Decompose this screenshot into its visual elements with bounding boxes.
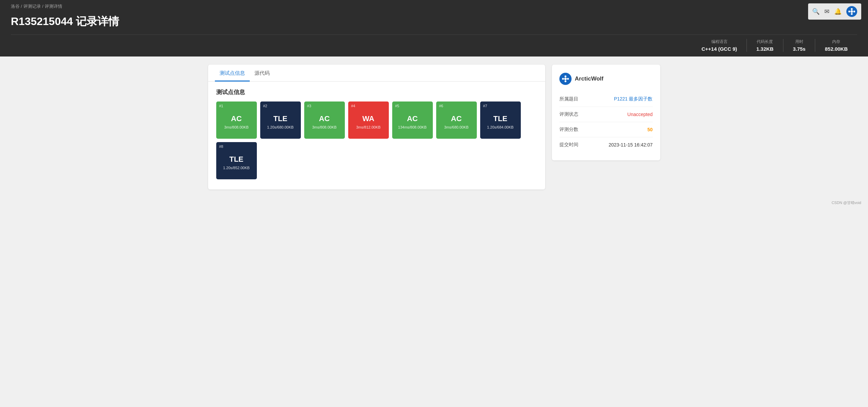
- testcase-card[interactable]: #4 WA 3ms/812.00KB: [348, 101, 389, 139]
- testcase-num: #7: [483, 104, 487, 108]
- info-table: 所属题目 P1221 最多因子数 评测状态 Unaccepted 评测分数 50…: [559, 92, 653, 152]
- testcase-info: 3ms/812.00KB: [356, 125, 380, 129]
- testcase-card[interactable]: #5 AC 134ms/808.00KB: [392, 101, 433, 139]
- svg-point-1: [851, 8, 853, 10]
- svg-point-7: [564, 81, 566, 83]
- svg-point-4: [853, 10, 855, 13]
- svg-point-8: [562, 78, 564, 80]
- problem-label: 所属题目: [559, 92, 587, 107]
- testcase-status: AC: [451, 114, 462, 123]
- meta-item: 编程语言 C++14 (GCC 9): [692, 39, 747, 52]
- testcase-num: #1: [219, 104, 223, 108]
- meta-item: 内存 852.00KB: [815, 39, 857, 52]
- testcase-num: #5: [395, 104, 399, 108]
- svg-point-6: [564, 75, 566, 77]
- testcase-section: 测试点信息 #1 AC 3ms/808.00KB#2 TLE 1.20s/680…: [208, 82, 545, 189]
- svg-point-9: [567, 78, 569, 80]
- footer: CSDN @甘晴void: [0, 198, 868, 209]
- svg-point-2: [851, 13, 853, 15]
- tab-源代码[interactable]: 源代码: [250, 65, 274, 82]
- testcase-num: #6: [439, 104, 443, 108]
- testcase-status: TLE: [273, 114, 288, 123]
- testcase-card[interactable]: #3 AC 3ms/808.00KB: [304, 101, 345, 139]
- testcase-card[interactable]: #2 TLE 1.20s/680.00KB: [260, 101, 301, 139]
- user-avatar: [559, 73, 572, 85]
- meta-value: C++14 (GCC 9): [702, 46, 737, 52]
- testcase-status: TLE: [229, 155, 244, 164]
- problem-value[interactable]: P1221 最多因子数: [587, 92, 653, 107]
- search-icon[interactable]: 🔍: [812, 8, 820, 15]
- testcase-info: 1.20s/680.00KB: [267, 125, 293, 129]
- testcase-num: #8: [219, 144, 223, 149]
- top-icon-bar: 🔍 ✉ 🔔: [808, 3, 861, 20]
- page-header: 🔍 ✉ 🔔 洛谷 / 评测记录 / 评测详情 R135215044 记录详情 编…: [0, 0, 868, 56]
- testcase-info: 3ms/808.00KB: [312, 125, 336, 129]
- breadcrumb: 洛谷 / 评测记录 / 评测详情: [11, 0, 857, 12]
- score-label: 评测分数: [559, 122, 587, 137]
- testcase-card[interactable]: #7 TLE 1.20s/684.00KB: [480, 101, 521, 139]
- mail-icon[interactable]: ✉: [824, 8, 829, 15]
- testcases-grid: #1 AC 3ms/808.00KB#2 TLE 1.20s/680.00KB#…: [216, 101, 537, 179]
- testcase-info: 3ms/808.00KB: [224, 125, 248, 129]
- svg-point-5: [564, 77, 566, 80]
- time-value: 2023-11-15 16:42:07: [587, 137, 653, 153]
- meta-value: 1.32KB: [756, 46, 774, 52]
- testcase-info: 1.20s/852.00KB: [223, 166, 249, 170]
- user-row: ArcticWolf: [559, 73, 653, 85]
- testcase-status: AC: [231, 114, 242, 123]
- testcase-info: 3ms/680.00KB: [444, 125, 468, 129]
- testcase-card[interactable]: #8 TLE 1.20s/852.00KB: [216, 142, 257, 179]
- tab-测试点信息[interactable]: 测试点信息: [215, 65, 250, 82]
- problem-row: 所属题目 P1221 最多因子数: [559, 92, 653, 107]
- testcase-card[interactable]: #6 AC 3ms/680.00KB: [436, 101, 477, 139]
- testcase-card[interactable]: #1 AC 3ms/808.00KB: [216, 101, 257, 139]
- score-value: 50: [587, 122, 653, 137]
- main-content: 测试点信息源代码 测试点信息 #1 AC 3ms/808.00KB#2 TLE …: [197, 56, 671, 198]
- testcase-section-title: 测试点信息: [216, 88, 537, 96]
- username: ArcticWolf: [575, 75, 604, 82]
- right-panel: ArcticWolf 所属题目 P1221 最多因子数 评测状态 Unaccep…: [552, 65, 660, 160]
- testcase-status: AC: [407, 114, 418, 123]
- time-row: 提交时间 2023-11-15 16:42:07: [559, 137, 653, 153]
- meta-item: 代码长度 1.32KB: [747, 39, 783, 52]
- time-label: 提交时间: [559, 137, 587, 153]
- user-avatar-icon[interactable]: [846, 6, 857, 17]
- svg-point-3: [848, 10, 850, 13]
- meta-label: 内存: [832, 39, 840, 45]
- meta-label: 编程语言: [711, 39, 728, 45]
- status-row: 评测状态 Unaccepted: [559, 107, 653, 122]
- status-label: 评测状态: [559, 107, 587, 122]
- meta-label: 用时: [795, 39, 803, 45]
- status-value: Unaccepted: [587, 107, 653, 122]
- testcase-info: 134ms/808.00KB: [398, 125, 426, 129]
- svg-point-0: [850, 10, 853, 13]
- footer-text: CSDN @甘晴void: [831, 201, 861, 205]
- left-panel: 测试点信息源代码 测试点信息 #1 AC 3ms/808.00KB#2 TLE …: [208, 65, 545, 189]
- testcase-info: 1.20s/684.00KB: [487, 125, 513, 129]
- meta-item: 用时 3.75s: [783, 39, 816, 52]
- testcase-status: WA: [362, 114, 374, 123]
- testcase-num: #4: [351, 104, 355, 108]
- testcase-num: #3: [307, 104, 311, 108]
- testcase-status: AC: [319, 114, 330, 123]
- tab-bar: 测试点信息源代码: [208, 65, 545, 82]
- score-row: 评测分数 50: [559, 122, 653, 137]
- testcase-status: TLE: [493, 114, 508, 123]
- meta-label: 代码长度: [757, 39, 773, 45]
- page-title: R135215044 记录详情: [11, 12, 857, 35]
- header-meta: 编程语言 C++14 (GCC 9)代码长度 1.32KB用时 3.75s内存 …: [11, 35, 857, 56]
- meta-value: 3.75s: [793, 46, 806, 52]
- meta-value: 852.00KB: [825, 46, 848, 52]
- testcase-num: #2: [263, 104, 267, 108]
- bell-icon[interactable]: 🔔: [834, 8, 842, 15]
